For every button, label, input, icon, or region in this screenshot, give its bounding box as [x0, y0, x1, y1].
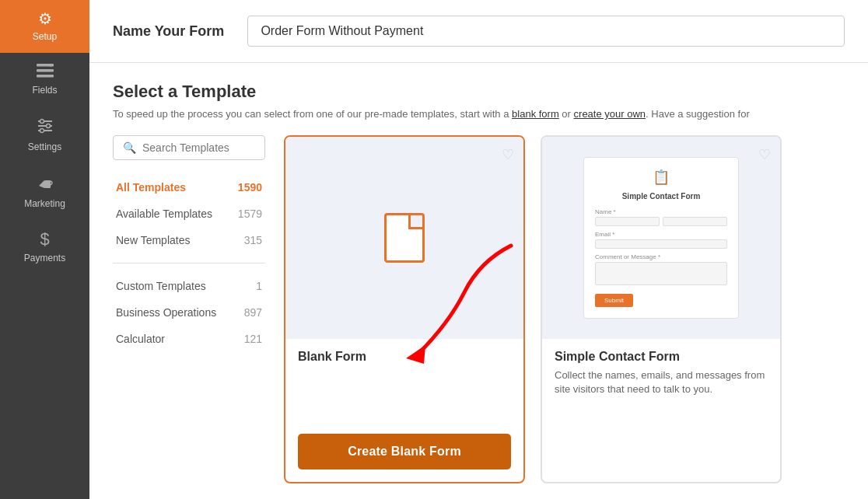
contact-card-info: Simple Contact Form Collect the names, e…	[542, 339, 780, 396]
cf-name-label: Name *	[595, 208, 727, 215]
template-cards: ♡	[284, 135, 845, 499]
filter-new-label: New Templates	[116, 234, 190, 246]
svg-point-8	[46, 124, 50, 128]
contact-card-desc: Collect the names, emails, and messages …	[555, 368, 768, 396]
sidebar-label-setup: Setup	[33, 31, 57, 42]
svg-point-9	[40, 129, 44, 133]
name-form-label: Name Your Form	[113, 23, 224, 40]
cf-first-name-field	[595, 217, 660, 226]
filter-all-label: All Templates	[116, 181, 186, 194]
search-icon: 🔍	[123, 141, 136, 154]
template-section-title: Select a Template	[113, 82, 845, 102]
filter-all-count: 1590	[238, 181, 262, 194]
contact-card-title: Simple Contact Form	[555, 350, 768, 364]
sidebar-label-marketing: Marketing	[24, 198, 65, 209]
category-business-operations[interactable]: Business Operations 897	[113, 301, 265, 324]
blank-card-title: Blank Form	[298, 350, 511, 364]
sidebar-item-fields[interactable]: Fields	[0, 53, 89, 106]
category-calculator-count: 121	[244, 333, 262, 345]
template-body: 🔍 All Templates 1590 Available Templates…	[113, 135, 845, 499]
filter-new-count: 315	[244, 234, 262, 246]
svg-point-7	[40, 120, 44, 124]
category-business-count: 897	[244, 306, 262, 319]
svg-rect-11	[44, 180, 51, 188]
blank-card-button-wrap: Create Blank Form	[285, 424, 523, 482]
filter-divider	[113, 263, 265, 263]
fields-icon	[37, 64, 54, 80]
blank-file-icon	[384, 213, 425, 263]
sidebar-item-marketing[interactable]: Marketing	[0, 163, 89, 220]
contact-form-icon: 📋	[653, 169, 670, 185]
template-section-desc: To speed up the process you can select f…	[113, 108, 845, 120]
cf-email-field	[595, 239, 727, 249]
filter-available-templates[interactable]: Available Templates 1579	[113, 202, 265, 225]
template-sidebar: 🔍 All Templates 1590 Available Templates…	[113, 135, 284, 499]
sidebar-label-payments: Payments	[24, 253, 65, 263]
contact-card-preview: ♡ 📋 Simple Contact Form Name *	[542, 137, 780, 339]
cf-submit-button: Submit	[595, 294, 633, 307]
cf-submit-wrap: Submit	[595, 291, 727, 307]
cf-last-name-field	[663, 217, 727, 226]
svg-rect-3	[49, 64, 52, 67]
main-content: Name Your Form Select a Template To spee…	[89, 0, 868, 499]
filter-all-templates[interactable]: All Templates 1590	[113, 176, 265, 199]
contact-heart-icon[interactable]: ♡	[758, 146, 771, 163]
svg-marker-10	[39, 180, 44, 188]
blank-heart-icon[interactable]: ♡	[502, 146, 514, 163]
blank-card-preview: ♡	[285, 137, 523, 339]
sidebar-item-payments[interactable]: $ Payments	[0, 220, 89, 274]
sidebar-item-settings[interactable]: Settings	[0, 106, 89, 163]
sidebar-label-fields: Fields	[32, 85, 57, 96]
category-custom-templates[interactable]: Custom Templates 1	[113, 274, 265, 298]
search-input[interactable]	[142, 141, 255, 154]
sidebar: ⚙ Setup Fields Settings	[0, 0, 89, 499]
filter-new-templates[interactable]: New Templates 315	[113, 229, 265, 252]
contact-form-mini-preview: 📋 Simple Contact Form Name * Email * Com…	[583, 157, 739, 319]
sidebar-item-setup[interactable]: ⚙ Setup	[0, 0, 89, 53]
blank-form-link[interactable]: blank form	[512, 108, 559, 120]
svg-rect-1	[37, 69, 54, 72]
template-card-simple-contact[interactable]: ♡ 📋 Simple Contact Form Name *	[541, 135, 782, 483]
settings-icon	[37, 117, 54, 137]
template-section: Select a Template To speed up the proces…	[89, 63, 868, 499]
template-card-blank[interactable]: ♡	[284, 135, 525, 483]
contact-form-preview-title: Simple Contact Form	[595, 192, 727, 201]
svg-rect-2	[37, 75, 54, 78]
marketing-icon	[37, 174, 54, 194]
category-custom-count: 1	[256, 280, 262, 292]
filter-available-label: Available Templates	[116, 208, 212, 220]
form-name-input[interactable]	[247, 16, 845, 47]
cf-message-label: Comment or Message *	[595, 253, 727, 260]
create-blank-form-button[interactable]: Create Blank Form	[298, 434, 511, 469]
filter-available-count: 1579	[238, 208, 262, 220]
create-own-link[interactable]: create your own	[574, 108, 646, 120]
cf-email-label: Email *	[595, 231, 727, 238]
name-form-bar: Name Your Form	[89, 0, 868, 63]
category-calculator-label: Calculator	[116, 333, 165, 345]
category-custom-label: Custom Templates	[116, 280, 206, 292]
payments-icon: $	[40, 231, 49, 248]
blank-card-info: Blank Form	[285, 339, 523, 368]
gear-icon: ⚙	[38, 11, 52, 26]
category-business-label: Business Operations	[116, 306, 216, 319]
category-calculator[interactable]: Calculator 121	[113, 327, 265, 351]
search-box[interactable]: 🔍	[113, 135, 265, 160]
sidebar-label-settings: Settings	[28, 141, 61, 152]
cf-message-field	[595, 262, 727, 285]
